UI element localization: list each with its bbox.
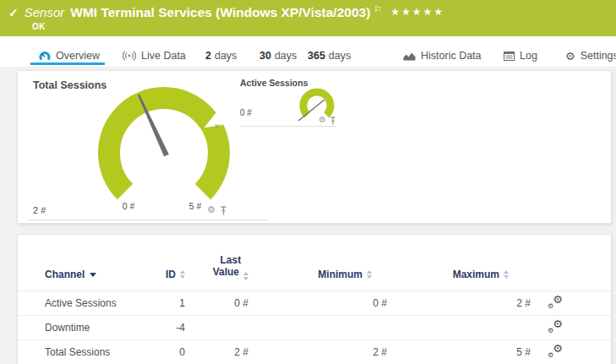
tab-2-days-label: days [215, 50, 237, 62]
tab-2-days-number: 2 [205, 50, 211, 62]
sort-icon [367, 270, 372, 279]
gauge-pin-icon[interactable] [330, 117, 336, 125]
gauge-scale-min: 0 # [112, 201, 145, 211]
cell-channel: Downtime [45, 322, 158, 334]
gear-icon: ⚙ [565, 51, 575, 62]
tab-overview-label: Overview [56, 50, 100, 62]
table-header-row: Channel ID Last Value Minimum Maximum [18, 235, 611, 291]
channel-filter-arrow-icon [90, 273, 96, 277]
sensor-overview-page: ✓ Sensor WMI Terminal Services (Windows … [0, 0, 616, 364]
tab-log-label: Log [520, 50, 537, 62]
sort-icon [504, 270, 509, 279]
column-header-last-value[interactable]: Last Value [185, 255, 248, 280]
area-chart-icon [403, 52, 416, 61]
tab-live-data-label: Live Data [141, 50, 186, 62]
sensor-title: WMI Terminal Services (Windows XP/Vista/… [70, 5, 370, 20]
active-tab-underline [30, 62, 105, 65]
active-sessions-current-value: 0 # [240, 108, 252, 117]
column-header-channel[interactable]: Channel [45, 269, 158, 280]
gauges-panel: Total Sessions x 0 # 5 # 2 # ⚙ Active Se… [17, 70, 612, 224]
tab-bar: Overview Live Data 2 days 30 days [0, 36, 616, 67]
status-check-icon: ✓ [8, 6, 19, 19]
cell-minimum: 2 # [248, 346, 387, 358]
tab-settings[interactable]: ⚙ Settings [565, 48, 616, 63]
gauge-settings-gear-icon[interactable]: ⚙ [207, 205, 215, 215]
column-header-id[interactable]: ID [158, 269, 185, 280]
tab-30-days[interactable]: 30 days [259, 48, 297, 63]
edit-channel-gears-icon[interactable]: ⚙⚙ [548, 345, 563, 358]
tab-2-days[interactable]: 2 days [205, 48, 237, 63]
cell-minimum: 0 # [248, 297, 387, 309]
cell-id: 1 [158, 297, 185, 309]
edit-channel-gears-icon[interactable]: ⚙⚙ [548, 320, 563, 334]
tab-live-data[interactable]: Live Data [123, 48, 186, 63]
column-header-minimum[interactable]: Minimum [248, 269, 387, 280]
sensor-header: ✓ Sensor WMI Terminal Services (Windows … [0, 0, 616, 36]
tab-historic-data[interactable]: Historic Data [403, 48, 482, 63]
table-row-total-sessions[interactable]: Total Sessions 0 2 # 2 # 5 # ⚙⚙ [18, 340, 611, 364]
column-header-maximum[interactable]: Maximum [387, 269, 531, 280]
cell-channel: Total Sessions [45, 346, 158, 358]
cell-last-value: 0 # [185, 297, 248, 309]
cell-maximum: 5 # [387, 346, 531, 358]
channels-table-panel: Channel ID Last Value Minimum Maximum [17, 234, 612, 364]
tab-30-days-number: 30 [259, 50, 271, 62]
sensor-kind-label: Sensor [25, 5, 65, 19]
total-sessions-gauge [90, 79, 267, 208]
priority-stars[interactable]: ★★★★★ [390, 6, 444, 18]
cell-id: -4 [158, 322, 185, 334]
gauge-settings-gear-icon[interactable]: ⚙ [319, 116, 326, 124]
tab-log[interactable]: Log [504, 48, 537, 63]
gauge-pin-icon[interactable] [220, 206, 227, 215]
tab-settings-label: Settings [581, 50, 616, 62]
cell-last-value: 2 # [185, 346, 248, 358]
gauge-icon [39, 51, 51, 62]
gauge-marker-x: x [215, 121, 219, 130]
cell-maximum: 2 # [387, 297, 531, 309]
gauge-divider [240, 126, 336, 127]
total-sessions-current-value: 2 # [33, 205, 46, 215]
edit-channel-gears-icon[interactable]: ⚙⚙ [548, 296, 563, 309]
tab-365-days-number: 365 [308, 50, 325, 62]
live-data-icon [123, 51, 136, 61]
table-row-downtime[interactable]: Downtime -4 ⚙⚙ [18, 316, 611, 340]
cell-id: 0 [158, 346, 185, 358]
gauge-divider [28, 220, 267, 220]
log-list-icon [504, 52, 515, 61]
priority-flag-icon[interactable]: ⚐ [373, 4, 382, 15]
tab-365-days-label: days [329, 50, 351, 62]
tab-historic-data-label: Historic Data [421, 50, 482, 62]
tab-30-days-label: days [275, 50, 297, 62]
tab-overview[interactable]: Overview [39, 48, 100, 63]
cell-channel: Active Sessions [45, 297, 158, 309]
tab-365-days[interactable]: 365 days [308, 48, 351, 63]
table-row-active-sessions[interactable]: Active Sessions 1 0 # 0 # 2 # ⚙⚙ [18, 291, 611, 316]
sensor-status-badge: OK [32, 22, 46, 31]
